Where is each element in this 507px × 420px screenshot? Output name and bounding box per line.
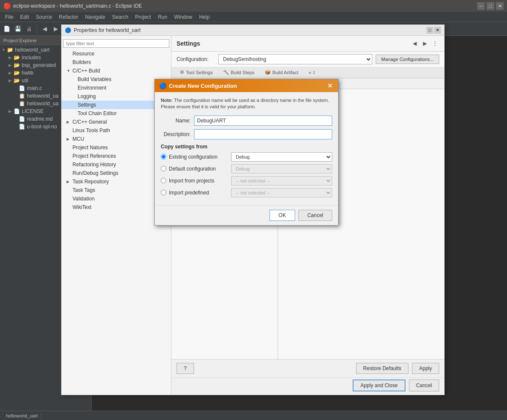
license-icon: 📄 — [14, 108, 20, 114]
radio-existing-label: Existing configuration — [169, 154, 229, 160]
nav-arrow-ccpp-general: ▶ — [67, 120, 71, 124]
properties-cancel-button[interactable]: Cancel — [409, 379, 439, 391]
existing-config-select[interactable]: Debug — [231, 152, 332, 162]
create-config-footer: OK Cancel — [155, 205, 338, 225]
project-icon: 📁 — [7, 47, 13, 53]
ok-button[interactable]: OK — [269, 210, 295, 221]
status-project: helloworld_uart — [3, 413, 41, 418]
menu-refactor[interactable]: Refactor — [55, 13, 81, 21]
radio-default-label: Default configuration — [169, 166, 229, 172]
note-label: Note: — [161, 98, 173, 103]
uboot-icon: 📄 — [19, 124, 25, 130]
radio-row-default: Default configuration Debug — [161, 164, 332, 174]
settings-title: Settings — [177, 40, 200, 47]
nav-arrow-mcu: ▶ — [67, 137, 71, 141]
properties-close-button[interactable]: ✕ — [434, 27, 441, 34]
default-config-select: Debug — [231, 164, 332, 174]
properties-dialog-title: Properties for helloworld_uart — [74, 27, 424, 33]
properties-dialog-titlebar: 🔵 Properties for helloworld_uart □ ✕ — [61, 25, 444, 36]
menu-file[interactable]: File — [2, 13, 17, 21]
settings-nav-forward[interactable]: ▶ — [420, 39, 429, 48]
apply-button[interactable]: Apply — [412, 363, 439, 374]
settings-tabs: ⚙ Tool Settings 🔨 Build Steps 📦 Build Ar… — [171, 67, 444, 78]
toolbar-save[interactable]: 💾 — [13, 24, 23, 34]
nav-item-ccpp-build[interactable]: ▼ C/C++ Build — [61, 67, 171, 75]
apply-and-close-button[interactable]: Apply and Close — [353, 379, 405, 391]
toolbar-new[interactable]: 📄 — [2, 24, 12, 34]
project-name: helloworld_uart — [15, 47, 49, 53]
tree-arrow-util: ▶ — [9, 78, 14, 83]
description-input[interactable] — [194, 129, 332, 139]
create-config-title: Create New Configuration — [169, 83, 324, 89]
create-config-dialog: 🔵 Create New Configuration ✕ Note: The c… — [154, 79, 339, 226]
radio-existing[interactable] — [161, 154, 166, 159]
name-input[interactable] — [194, 116, 332, 126]
create-config-icon: 🔵 — [159, 82, 166, 89]
menu-help[interactable]: Help — [196, 13, 213, 21]
manage-configurations-button[interactable]: Manage Configurations... — [376, 55, 439, 64]
config-select[interactable]: DebugSemihosting — [218, 54, 372, 64]
tab-tool-settings[interactable]: ⚙ Tool Settings — [175, 67, 218, 78]
tab-more-label: » — [309, 70, 311, 75]
properties-footer: ? Restore Defaults Apply — [171, 359, 444, 377]
properties-maximize-button[interactable]: □ — [426, 27, 433, 34]
toolbar-back[interactable]: ◀ — [40, 24, 50, 34]
help-button[interactable]: ? — [177, 363, 194, 374]
tab-tool-settings-icon: ⚙ — [180, 70, 184, 75]
hwlib-label: hwlib — [22, 70, 33, 76]
radio-row-import-projects: Import from projects -- not selected -- — [161, 176, 332, 185]
toolbar-forward[interactable]: ▶ — [51, 24, 61, 34]
config-label: Configuration: — [177, 56, 215, 62]
maximize-button[interactable]: □ — [487, 2, 494, 10]
tab-more[interactable]: » 2 — [304, 67, 320, 78]
radio-import-projects-label: Import from projects — [169, 178, 229, 184]
toolbar-print[interactable]: 🖨 — [24, 24, 34, 34]
uboot-label: u-boot-spl-no — [27, 124, 57, 130]
help-icon-area: ? — [177, 363, 353, 374]
app-icon: 🔴 — [3, 3, 11, 9]
radio-import-projects[interactable] — [161, 178, 166, 183]
menu-source[interactable]: Source — [32, 13, 55, 21]
description-label: Description: — [161, 131, 191, 137]
name-row: Name: — [161, 116, 332, 126]
tab-build-artifact[interactable]: 📦 Build Artifact — [260, 67, 304, 78]
hw1-icon: 📋 — [19, 93, 25, 99]
tree-arrow-bsp: ▶ — [9, 63, 14, 67]
nav-arrow-ccpp-build: ▼ — [67, 69, 71, 73]
tab-build-steps-label: Build Steps — [231, 70, 255, 75]
create-config-close-button[interactable]: ✕ — [326, 82, 334, 90]
properties-filter-input[interactable] — [63, 39, 169, 48]
properties-dialog-controls: □ ✕ — [426, 27, 441, 34]
settings-nav-back[interactable]: ◀ — [410, 39, 419, 48]
menu-window[interactable]: Window — [171, 13, 196, 21]
settings-nav-menu[interactable]: ⋮ — [431, 39, 439, 48]
menu-project[interactable]: Project — [132, 13, 154, 21]
radio-default[interactable] — [161, 166, 166, 171]
restore-defaults-button[interactable]: Restore Defaults — [356, 363, 408, 374]
mainc-label: main.c — [27, 85, 42, 91]
menu-run[interactable]: Run — [154, 13, 171, 21]
menu-search[interactable]: Search — [109, 13, 132, 21]
bsp-icon: 📂 — [14, 62, 20, 68]
radio-row-existing: Existing configuration Debug — [161, 152, 332, 162]
nav-arrow-task-repo: ▶ — [67, 180, 71, 184]
close-button[interactable]: ✕ — [496, 2, 504, 10]
create-config-cancel-button[interactable]: Cancel — [298, 210, 332, 221]
minimize-button[interactable]: ─ — [477, 2, 485, 10]
nav-item-builders[interactable]: Builders — [61, 58, 171, 67]
create-config-titlebar: 🔵 Create New Configuration ✕ — [155, 79, 338, 92]
menu-edit[interactable]: Edit — [17, 13, 32, 21]
util-label: util — [22, 78, 28, 84]
hw2-label: helloworld_ua — [27, 101, 58, 107]
radio-import-predefined[interactable] — [161, 190, 166, 195]
name-label: Name: — [161, 118, 191, 124]
nav-item-resource[interactable]: Resource — [61, 49, 171, 58]
import-projects-select: -- not selected -- — [231, 176, 332, 185]
menu-navigate[interactable]: Navigate — [81, 13, 108, 21]
readme-label: readme.md — [27, 116, 53, 122]
tab-build-steps[interactable]: 🔨 Build Steps — [218, 67, 260, 78]
description-row: Description: — [161, 129, 332, 139]
tab-build-steps-icon: 🔨 — [223, 70, 229, 75]
note-content: The configuration name will be used as a… — [161, 98, 329, 109]
title-bar: 🔴 eclipse-workspace - helloworld_uart/ma… — [0, 0, 507, 12]
